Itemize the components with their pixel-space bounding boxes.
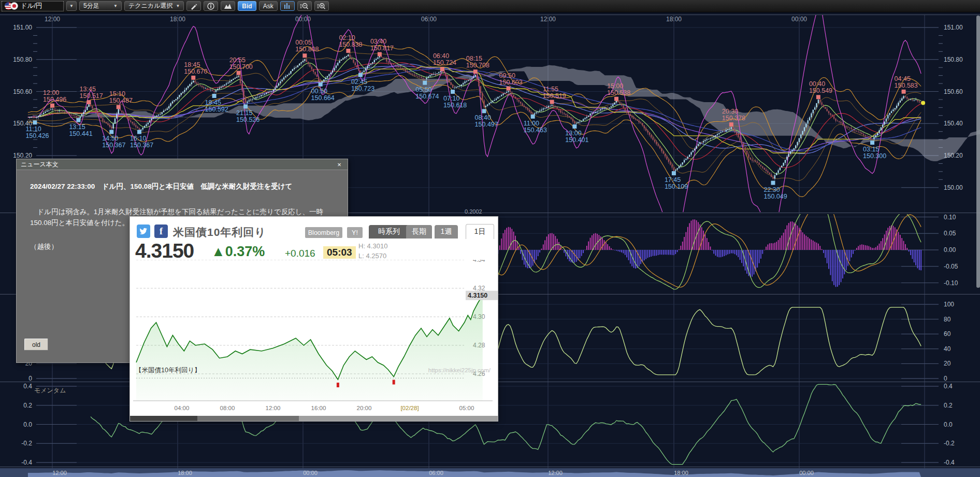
news-close-icon[interactable]: ×: [335, 161, 343, 169]
bloomberg-button[interactable]: Bloomberg: [305, 227, 342, 238]
svg-text:08:15: 08:15: [466, 55, 482, 62]
old-button[interactable]: old: [24, 339, 48, 350]
svg-text:100: 100: [944, 301, 954, 308]
news-window-titlebar[interactable]: ニュース本文 ×: [17, 159, 348, 170]
news-window-title: ニュース本文: [21, 160, 59, 169]
timeframe-select[interactable]: 5分足 ▼: [79, 1, 122, 11]
svg-text:150.838: 150.838: [339, 41, 362, 48]
us10y-change-abs: +0.016: [285, 248, 315, 259]
svg-text:150.463: 150.463: [524, 127, 547, 134]
svg-text:08:40: 08:40: [475, 114, 491, 121]
draw-tool-button[interactable]: [186, 1, 201, 11]
us10y-time-badge: 05:03: [323, 246, 356, 259]
us10y-window: f 米国債10年利回り Bloomberg Y! 時系列 長期 1週 1日 4.…: [129, 216, 498, 422]
svg-text:13:00: 13:00: [565, 130, 581, 137]
svg-text:0.2: 0.2: [944, 402, 953, 409]
svg-text:00:00: 00:00: [799, 470, 814, 476]
bid-button[interactable]: Bid: [238, 1, 256, 11]
svg-text:モメンタム: モメンタム: [34, 387, 66, 394]
svg-text:16:00: 16:00: [311, 405, 326, 411]
svg-text:-0.2: -0.2: [944, 440, 955, 447]
ask-button[interactable]: Ask: [259, 1, 278, 11]
us10y-chart-svg[interactable]: 4.344.324.304.284.2604:0008:0012:0016:00…: [130, 260, 498, 415]
svg-text:06:00: 06:00: [421, 16, 437, 23]
svg-text:20:00: 20:00: [357, 405, 372, 411]
svg-text:150.526: 150.526: [236, 116, 260, 123]
svg-text:19:45: 19:45: [205, 99, 221, 106]
svg-text:60: 60: [944, 330, 951, 338]
svg-text:0: 0: [28, 375, 32, 382]
svg-text:04:00: 04:00: [175, 405, 190, 411]
svg-text:40: 40: [944, 345, 951, 353]
chart-type-button[interactable]: [221, 1, 235, 11]
svg-text:150.549: 150.549: [809, 87, 832, 94]
us10y-high-low: H: 4.3010 L: 4.2570: [358, 242, 387, 261]
svg-text:06:40: 06:40: [433, 52, 449, 60]
us10y-title: 米国債10年利回り: [173, 225, 266, 240]
svg-text:00:00: 00:00: [303, 470, 318, 476]
svg-text:150.80: 150.80: [13, 56, 32, 63]
pair-selector[interactable]: ドル/円: [2, 1, 64, 11]
svg-text:150.049: 150.049: [763, 193, 787, 200]
svg-text:20:30: 20:30: [722, 108, 738, 115]
svg-text:12:00: 12:00: [548, 470, 563, 476]
twitter-share-button[interactable]: [137, 225, 150, 238]
svg-text:20:55: 20:55: [229, 57, 246, 64]
us10y-scrollbar[interactable]: [130, 416, 498, 421]
svg-text:12:00: 12:00: [540, 16, 556, 23]
pencil-icon: [190, 3, 197, 10]
svg-text:150.618: 150.618: [443, 102, 467, 109]
svg-text:17:45: 17:45: [665, 176, 681, 184]
svg-text:12:00: 12:00: [43, 89, 59, 96]
svg-text:150.700: 150.700: [229, 63, 253, 71]
svg-text:150.670: 150.670: [184, 68, 207, 75]
svg-text:0.00: 0.00: [944, 246, 956, 254]
svg-text:00:00: 00:00: [791, 16, 807, 23]
tab-timeseries[interactable]: 時系列: [369, 225, 409, 238]
svg-text:18:00: 18:00: [178, 470, 192, 476]
svg-text:22:30: 22:30: [763, 186, 780, 193]
tab-longterm[interactable]: 長期: [406, 225, 432, 238]
svg-text:150.109: 150.109: [665, 183, 688, 190]
svg-text:-0.10: -0.10: [944, 279, 958, 287]
technical-select[interactable]: テクニカル選択 ▼: [124, 1, 184, 11]
yahoo-button[interactable]: Y!: [347, 227, 363, 238]
right-scrollbar[interactable]: [976, 16, 980, 288]
toolbar: ドル/円 ▼ 5分足 ▼ テクニカル選択 ▼ Bid Ask: [0, 0, 980, 12]
minimap[interactable]: 12:0018:0000:0006:0012:0018:0000:00: [0, 468, 980, 477]
tab-1day-active[interactable]: 1日: [466, 224, 494, 239]
svg-text:0.10: 0.10: [944, 214, 956, 221]
svg-text:04:45: 04:45: [895, 75, 911, 82]
info-button[interactable]: [204, 1, 218, 11]
svg-text:00:50: 00:50: [311, 88, 327, 95]
svg-text:150.674: 150.674: [415, 93, 439, 100]
bars-icon: [283, 3, 291, 9]
mountain-icon: [224, 3, 232, 9]
pair-dropdown-arrow[interactable]: ▼: [66, 1, 77, 11]
svg-text:08:00: 08:00: [220, 405, 235, 411]
svg-text:150.664: 150.664: [311, 94, 335, 102]
svg-text:150.496: 150.496: [43, 96, 66, 103]
svg-text:0.05: 0.05: [944, 230, 956, 237]
volume-chart-button[interactable]: [280, 1, 295, 11]
zoom-out-button[interactable]: [297, 1, 312, 11]
svg-text:150.519: 150.519: [543, 92, 566, 100]
svg-text:13:15: 13:15: [69, 123, 85, 131]
us10y-scrollbar-thumb[interactable]: [197, 416, 299, 421]
us10y-footer-url[interactable]: https://nikkei225jp.com/: [428, 367, 491, 373]
pair-flags-icon: [5, 2, 18, 10]
svg-text:150.538: 150.538: [607, 89, 630, 96]
svg-text:150.60: 150.60: [944, 88, 963, 95]
svg-text:05:50: 05:50: [415, 86, 431, 93]
zoom-in-button[interactable]: [314, 1, 329, 11]
svg-text:150.401: 150.401: [565, 136, 588, 144]
zoom-out-icon: [300, 3, 309, 10]
svg-text:18:00: 18:00: [674, 470, 688, 476]
facebook-share-button[interactable]: f: [154, 225, 168, 238]
tab-1week[interactable]: 1週: [435, 225, 458, 238]
svg-text:15:10: 15:10: [109, 90, 125, 97]
svg-text:80: 80: [944, 316, 951, 323]
us10y-value: 4.3150: [135, 240, 194, 262]
svg-text:0.4: 0.4: [944, 383, 953, 390]
jp-flag-icon: [10, 2, 18, 10]
